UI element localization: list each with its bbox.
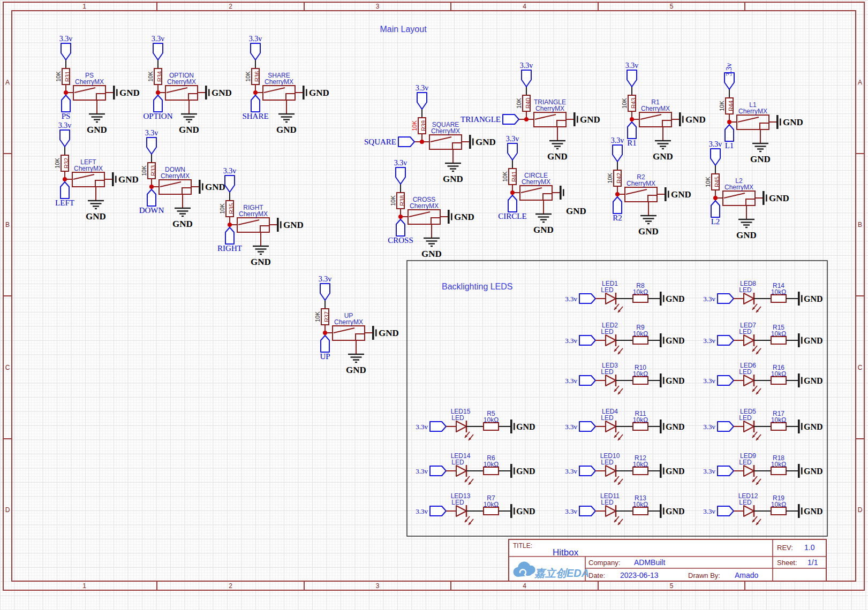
- led-symbol[interactable]: [606, 466, 616, 476]
- resistor-R13[interactable]: [633, 507, 648, 515]
- resistor-R16[interactable]: [771, 377, 786, 384]
- led-circuit-led4[interactable]: 3.3vLED4LEDR1110kΩGND: [565, 408, 684, 440]
- power-flag-3v3[interactable]: [627, 70, 637, 87]
- power-flag-3v3[interactable]: [579, 294, 595, 303]
- power-flag-3v3[interactable]: [718, 466, 734, 476]
- net-flag-circle[interactable]: [508, 195, 517, 212]
- net-flag-r1[interactable]: [628, 122, 636, 139]
- led-symbol[interactable]: [606, 335, 616, 346]
- power-flag-3v3[interactable]: [579, 466, 595, 476]
- net-flag-left[interactable]: [61, 182, 69, 199]
- led-circuit-led12[interactable]: 3.3vLED12LEDR1910kΩGND: [703, 492, 822, 525]
- cherrymx-switch-right[interactable]: [230, 218, 269, 232]
- resistor-R5[interactable]: [484, 423, 499, 430]
- power-flag-3v3[interactable]: [579, 506, 595, 516]
- power-flag-3v3[interactable]: [320, 284, 330, 300]
- power-flag-3v3[interactable]: [508, 143, 517, 160]
- led-symbol[interactable]: [744, 466, 754, 476]
- power-flag-3v3[interactable]: [60, 130, 70, 147]
- net-flag-ps[interactable]: [62, 95, 70, 112]
- power-flag-3v3[interactable]: [718, 506, 734, 516]
- cherrymx-switch-ps[interactable]: [66, 86, 105, 100]
- led-circuit-led11[interactable]: 3.3vLED11LEDR1310kΩGND: [565, 492, 684, 525]
- resistor-R10[interactable]: [633, 377, 648, 384]
- resistor-R12[interactable]: [633, 467, 648, 475]
- resistor-R17[interactable]: [771, 423, 786, 430]
- led-circuit-led9[interactable]: 3.3vLED9LEDR1810kΩGND: [703, 452, 822, 485]
- cherrymx-switch-l2[interactable]: [715, 191, 755, 205]
- led-symbol[interactable]: [744, 293, 754, 304]
- led-circuit-led7[interactable]: 3.3vLED7LEDR1510kΩGND: [703, 322, 822, 354]
- switch-circuit-right[interactable]: 3.3v10KR35RIGHTRIGHTCherryMXGNDGND: [217, 167, 304, 267]
- cherrymx-switch-share[interactable]: [255, 86, 295, 100]
- switch-circuit-l2[interactable]: 3.3v10KR45L2L2CherryMXGNDGND: [705, 140, 789, 240]
- cherrymx-switch-up[interactable]: [325, 326, 365, 340]
- cherrymx-switch-l1[interactable]: [729, 115, 769, 129]
- net-flag-cross[interactable]: [396, 219, 405, 236]
- led-symbol[interactable]: [606, 293, 616, 304]
- led-symbol[interactable]: [606, 506, 616, 516]
- switch-circuit-up[interactable]: 3.3v10KR37UPUPCherryMXGNDGND: [314, 275, 399, 375]
- net-flag-share[interactable]: [251, 95, 260, 112]
- power-flag-3v3[interactable]: [718, 376, 734, 385]
- led-circuit-led10[interactable]: 3.3vLED10LEDR1210kΩGND: [565, 452, 684, 485]
- power-flag-3v3[interactable]: [251, 43, 260, 60]
- led-symbol[interactable]: [606, 421, 616, 432]
- led-circuit-led1[interactable]: 3.3vLED1LEDR810kΩGND: [565, 280, 684, 312]
- cherrymx-switch-option[interactable]: [158, 86, 198, 100]
- power-flag-3v3[interactable]: [430, 422, 446, 431]
- switch-circuit-square[interactable]: 3.3v10KR39SQUARESQUARECherryMXGNDGND: [364, 84, 496, 184]
- power-flag-3v3[interactable]: [225, 176, 235, 192]
- power-flag-3v3[interactable]: [153, 43, 163, 60]
- resistor-R6[interactable]: [484, 467, 499, 475]
- resistor-R7[interactable]: [484, 507, 499, 515]
- resistor-R15[interactable]: [771, 337, 786, 344]
- switch-circuit-option[interactable]: 3.3v10KR34OPTIONOPTIONCherryMXGNDGND: [144, 35, 232, 135]
- led-circuit-led3[interactable]: 3.3vLED3LEDR1010kΩGND: [565, 362, 684, 394]
- net-flag-l2[interactable]: [711, 201, 720, 217]
- power-flag-3v3[interactable]: [396, 167, 405, 184]
- cherrymx-switch-triangle[interactable]: [526, 112, 566, 127]
- cherrymx-switch-square[interactable]: [422, 135, 462, 149]
- led-symbol[interactable]: [456, 506, 466, 516]
- switch-circuit-down[interactable]: 3.3v10KR33DOWNDOWNCherryMXGNDGND: [139, 129, 225, 229]
- power-flag-3v3[interactable]: [147, 138, 156, 154]
- net-flag-triangle[interactable]: [503, 115, 519, 124]
- resistor-R9[interactable]: [633, 337, 648, 344]
- switch-circuit-r1[interactable]: 3.3v10KR43R1R1CherryMXGNDGND: [621, 62, 706, 162]
- led-symbol[interactable]: [606, 375, 616, 386]
- led-circuit-led5[interactable]: 3.3vLED5LEDR1710kΩGND: [703, 408, 822, 440]
- net-flag-option[interactable]: [154, 95, 162, 112]
- cherrymx-switch-down[interactable]: [152, 180, 191, 194]
- net-flag-l1[interactable]: [725, 125, 734, 141]
- resistor-R14[interactable]: [771, 295, 786, 302]
- led-circuit-led13[interactable]: 3.3vLED13LEDR710kΩGND: [416, 492, 535, 525]
- switch-circuit-l1[interactable]: 3.3v10KR44L1L1CherryMXGNDGND: [719, 63, 803, 164]
- led-symbol[interactable]: [744, 375, 754, 386]
- power-flag-3v3[interactable]: [579, 422, 595, 431]
- switch-circuit-share[interactable]: 3.3v10KR36SHARESHARECherryMXGNDGND: [242, 35, 329, 135]
- switch-circuit-ps[interactable]: 3.3v10KR31PSPSCherryMXGNDGND: [55, 35, 140, 135]
- power-flag-3v3[interactable]: [718, 336, 734, 345]
- power-flag-3v3[interactable]: [718, 294, 734, 303]
- cherrymx-switch-r2[interactable]: [617, 187, 657, 202]
- led-symbol[interactable]: [456, 466, 466, 476]
- switch-circuit-left[interactable]: 3.3v10KR32LEFTLEFTCherryMXGNDGND: [54, 121, 139, 222]
- cherrymx-switch-circle[interactable]: [512, 186, 552, 200]
- cherrymx-switch-cross[interactable]: [401, 210, 440, 224]
- resistor-R19[interactable]: [771, 507, 786, 515]
- switch-circuit-r2[interactable]: 3.3v10KR42R2R2CherryMXGNDGND: [607, 136, 691, 237]
- led-circuit-led8[interactable]: 3.3vLED8LEDR1410kΩGND: [703, 280, 822, 312]
- power-flag-3v3[interactable]: [61, 43, 71, 60]
- net-flag-square[interactable]: [398, 137, 414, 147]
- power-flag-3v3[interactable]: [417, 93, 427, 109]
- power-flag-3v3[interactable]: [718, 422, 734, 431]
- power-flag-3v3[interactable]: [430, 466, 446, 476]
- power-flag-3v3[interactable]: [430, 506, 446, 516]
- power-flag-3v3[interactable]: [522, 70, 531, 87]
- resistor-R18[interactable]: [771, 467, 786, 475]
- net-flag-down[interactable]: [147, 189, 156, 206]
- led-symbol[interactable]: [744, 506, 754, 516]
- power-flag-3v3[interactable]: [579, 336, 595, 345]
- cherrymx-switch-r1[interactable]: [632, 112, 671, 127]
